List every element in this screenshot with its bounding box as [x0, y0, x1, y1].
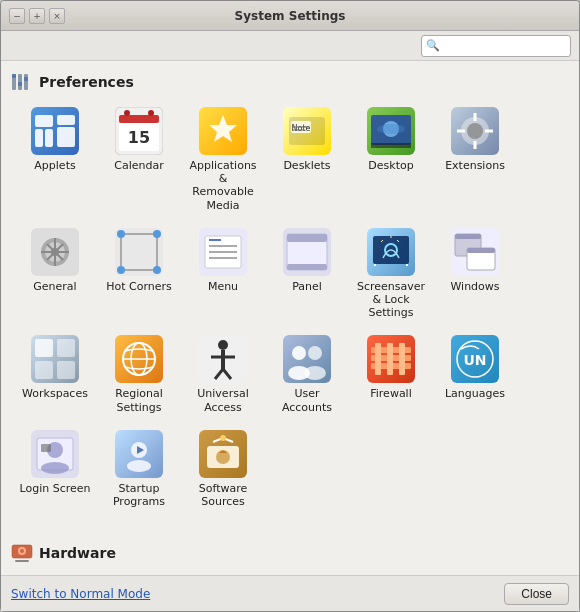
icon-item-firewall[interactable]: Firewall	[351, 329, 431, 419]
icon-item-software[interactable]: Software Sources	[183, 424, 263, 514]
svg-point-80	[218, 340, 228, 350]
main-content: Preferences Applets 15 Calendar Applicat…	[1, 61, 579, 575]
hardware-icon	[11, 542, 33, 564]
icon-item-login[interactable]: Login Screen	[15, 424, 95, 514]
languages-label: Languages	[445, 387, 505, 400]
svg-point-86	[292, 346, 306, 360]
preferences-grid: Applets 15 Calendar Applications & Remov…	[11, 101, 569, 514]
accounts-label: User Accounts	[271, 387, 343, 413]
panel-label: Panel	[292, 280, 322, 293]
startup-label: Startup Programs	[103, 482, 175, 508]
icon-item-calendar[interactable]: 15 Calendar	[99, 101, 179, 218]
preferences-icon	[11, 71, 33, 93]
svg-rect-8	[35, 129, 43, 147]
search-icon: 🔍	[426, 39, 440, 52]
desklets-icon: Note	[283, 107, 331, 155]
search-box[interactable]: 🔍 ✕	[421, 35, 571, 57]
search-input[interactable]	[443, 39, 580, 53]
icon-item-regional[interactable]: Regional Settings	[99, 329, 179, 419]
workspaces-label: Workspaces	[22, 387, 88, 400]
svg-point-15	[124, 110, 130, 116]
svg-rect-10	[57, 115, 75, 125]
svg-point-49	[153, 266, 161, 274]
calendar-icon: 15	[115, 107, 163, 155]
svg-rect-1	[12, 74, 16, 78]
appmedia-icon	[199, 107, 247, 155]
window-title: System Settings	[69, 9, 511, 23]
icon-item-universal[interactable]: Universal Access	[183, 329, 263, 419]
preferences-section: Preferences Applets 15 Calendar Applicat…	[11, 71, 569, 514]
svg-point-47	[153, 230, 161, 238]
minimize-button[interactable]: −	[9, 8, 25, 24]
hotcorners-icon	[115, 228, 163, 276]
windows-icon	[451, 228, 499, 276]
icon-item-applets[interactable]: Applets	[15, 101, 95, 218]
svg-rect-4	[24, 74, 28, 90]
svg-rect-9	[45, 129, 53, 147]
icon-item-windows[interactable]: Windows	[435, 222, 515, 326]
icon-item-extensions[interactable]: Extensions	[435, 101, 515, 218]
regional-label: Regional Settings	[103, 387, 175, 413]
close-window-button[interactable]: ×	[49, 8, 65, 24]
svg-rect-58	[287, 234, 327, 242]
icon-item-appmedia[interactable]: Applications & Removable Media	[183, 101, 263, 218]
desktop-icon	[367, 107, 415, 155]
login-label: Login Screen	[20, 482, 91, 495]
icon-item-languages[interactable]: UN Languages	[435, 329, 515, 419]
titlebar: − + × System Settings	[1, 1, 579, 31]
icon-item-hotcorners[interactable]: Hot Corners	[99, 222, 179, 326]
svg-rect-67	[455, 234, 481, 239]
close-button[interactable]: Close	[504, 583, 569, 605]
footer: Switch to Normal Mode Close	[1, 575, 579, 611]
software-label: Software Sources	[187, 482, 259, 508]
preferences-header: Preferences	[11, 71, 569, 93]
icon-item-desktop[interactable]: Desktop	[351, 101, 431, 218]
switch-mode-link[interactable]: Switch to Normal Mode	[11, 587, 150, 601]
svg-rect-74	[57, 361, 75, 379]
universal-label: Universal Access	[187, 387, 259, 413]
accounts-icon	[283, 335, 331, 383]
applets-icon	[31, 107, 79, 155]
toolbar: 🔍 ✕	[1, 31, 579, 61]
general-icon	[31, 228, 79, 276]
icon-item-desklets[interactable]: Note Desklets	[267, 101, 347, 218]
svg-rect-7	[35, 115, 53, 127]
icon-item-accounts[interactable]: User Accounts	[267, 329, 347, 419]
svg-point-88	[308, 346, 322, 360]
svg-rect-69	[467, 248, 495, 253]
preferences-title: Preferences	[39, 74, 134, 90]
maximize-button[interactable]: +	[29, 8, 45, 24]
icon-item-menu[interactable]: Menu	[183, 222, 263, 326]
svg-rect-95	[387, 343, 393, 375]
firewall-icon	[367, 335, 415, 383]
icon-item-screensaver[interactable]: Screensaver & Lock Settings	[351, 222, 431, 326]
system-settings-window: − + × System Settings 🔍 ✕	[0, 0, 580, 612]
icon-item-workspaces[interactable]: Workspaces	[15, 329, 95, 419]
svg-rect-13	[119, 115, 159, 123]
startup-icon	[115, 430, 163, 478]
svg-point-30	[377, 124, 405, 134]
workspaces-icon	[31, 335, 79, 383]
svg-rect-104	[41, 444, 51, 452]
svg-rect-3	[18, 82, 22, 86]
windows-label: Windows	[450, 280, 499, 293]
extensions-label: Extensions	[445, 159, 505, 172]
screensaver-icon	[367, 228, 415, 276]
svg-rect-72	[57, 339, 75, 357]
desklets-label: Desklets	[283, 159, 330, 172]
svg-rect-94	[375, 343, 381, 375]
svg-point-107	[127, 460, 151, 472]
icon-item-panel[interactable]: Panel	[267, 222, 347, 326]
svg-rect-28	[371, 143, 411, 148]
svg-text:UN: UN	[463, 352, 486, 368]
svg-point-103	[41, 462, 69, 474]
menu-label: Menu	[208, 280, 238, 293]
svg-text:Note: Note	[292, 124, 311, 133]
icon-item-startup[interactable]: Startup Programs	[99, 424, 179, 514]
panel-icon	[283, 228, 331, 276]
svg-point-117	[20, 549, 24, 553]
screensaver-label: Screensaver & Lock Settings	[355, 280, 427, 320]
svg-point-114	[220, 435, 226, 441]
icon-item-general[interactable]: General	[15, 222, 95, 326]
svg-rect-11	[57, 127, 75, 147]
